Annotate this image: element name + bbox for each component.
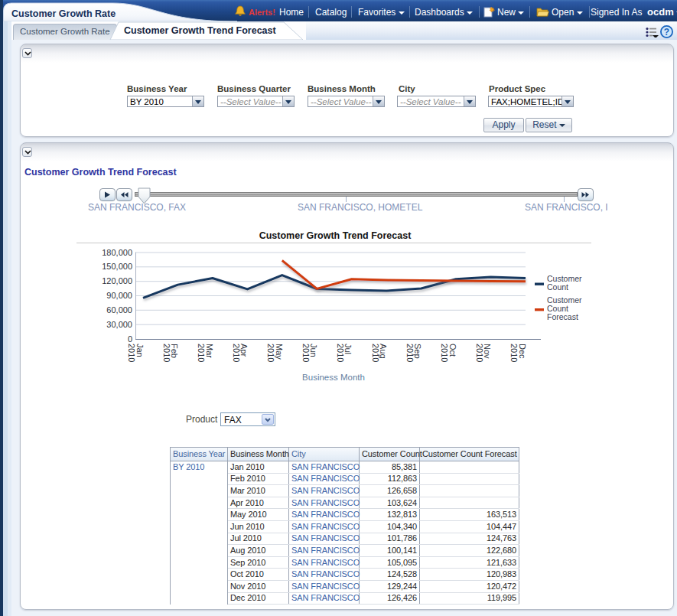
svg-text:0: 0 (128, 334, 132, 344)
svg-text:2010: 2010 (301, 344, 311, 362)
svg-text:60,000: 60,000 (106, 305, 132, 315)
svg-text:2010: 2010 (266, 344, 275, 362)
svg-text:Business Month: Business Month (302, 373, 365, 382)
svg-text:2010: 2010 (336, 344, 345, 362)
svg-text:2010: 2010 (405, 344, 415, 362)
svg-text:90,000: 90,000 (106, 291, 132, 300)
svg-text:Count: Count (547, 282, 568, 292)
svg-text:2010: 2010 (440, 344, 449, 362)
svg-text:180,000: 180,000 (102, 248, 132, 257)
svg-text:150,000: 150,000 (102, 262, 132, 271)
svg-text:Customer Growth Trend Forecast: Customer Growth Trend Forecast (259, 230, 412, 241)
svg-text:2010: 2010 (162, 344, 171, 362)
svg-text:2010: 2010 (371, 344, 380, 362)
svg-text:2010: 2010 (197, 344, 206, 362)
svg-text:?: ? (664, 27, 669, 37)
svg-text:2010: 2010 (127, 344, 136, 362)
svg-text:Forecast: Forecast (547, 312, 578, 321)
svg-text:2010: 2010 (509, 344, 519, 362)
svg-text:2010: 2010 (232, 344, 241, 362)
svg-text:30,000: 30,000 (106, 320, 132, 329)
svg-text:120,000: 120,000 (102, 276, 132, 285)
svg-text:2010: 2010 (475, 344, 484, 362)
